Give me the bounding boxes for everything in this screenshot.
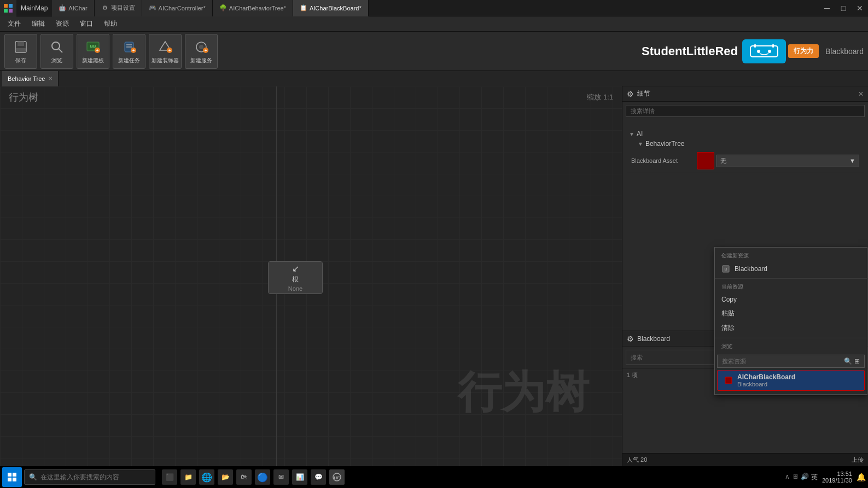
svg-point-29	[768, 50, 771, 53]
notifications-icon[interactable]: 🔔	[857, 473, 866, 481]
file-manager-icon[interactable]: 📁	[180, 469, 196, 485]
svg-rect-33	[8, 473, 11, 477]
details-panel-close[interactable]: ✕	[858, 90, 864, 98]
tree-ai-label: AI	[637, 130, 643, 138]
root-label: 根	[292, 275, 299, 284]
settings-icon: ⚙	[101, 4, 109, 12]
tree-bt-label: BehaviorTree	[645, 140, 685, 148]
item-count: 1 项	[627, 371, 638, 379]
tree-child-area: ▼ BehaviorTree	[627, 139, 864, 149]
menu-assets[interactable]: 资源	[50, 17, 74, 31]
bilibili-logo	[742, 39, 786, 63]
store-icon[interactable]: 🛍	[236, 469, 252, 485]
svg-text:BB: BB	[90, 44, 96, 49]
edge-icon[interactable]: 🌐	[199, 469, 214, 485]
new-decorator-icon: +	[156, 38, 174, 56]
result-name: AICharBlackBoard	[737, 373, 795, 381]
dropdown-search-input[interactable]	[722, 358, 844, 364]
root-node[interactable]: ↙ 根 None	[268, 261, 323, 294]
create-blackboard-item[interactable]: B Blackboard	[715, 262, 867, 276]
menu-file[interactable]: 文件	[2, 17, 26, 31]
brand-name: StudentLittleRed	[642, 44, 738, 58]
create-bb-label: Blackboard	[735, 265, 767, 273]
tab-aichar[interactable]: 🤖 AIChar	[52, 0, 94, 16]
upload-label: 上传	[852, 456, 864, 464]
svg-point-22	[199, 45, 203, 49]
svg-rect-5	[18, 42, 24, 46]
copy-item[interactable]: Copy	[715, 293, 867, 306]
canvas-header: 行为树 缩放 1:1	[0, 86, 622, 108]
svg-rect-26	[754, 44, 756, 48]
paste-item[interactable]: 粘贴	[715, 306, 867, 321]
result-bb-icon	[724, 376, 733, 385]
bb-panel-title: Blackboard	[637, 335, 670, 343]
canvas-area[interactable]: 行为树 缩放 1:1 ↙ 根 None 行为树	[0, 86, 622, 466]
ue4-icon[interactable]: UE	[329, 469, 345, 485]
blackboard-label: Blackboard	[825, 47, 864, 56]
svg-text:+: +	[168, 48, 171, 53]
popularity-count: 人气 20	[627, 456, 647, 464]
browse-button[interactable]: 浏览	[40, 34, 73, 69]
controller-icon: 🎮	[149, 4, 156, 12]
bb-create-icon: B	[721, 264, 730, 273]
app-title: MainMap	[16, 4, 52, 12]
chrome-icon[interactable]: 🔵	[255, 469, 270, 485]
ppt-icon[interactable]: 📊	[292, 469, 307, 485]
task-view-icon[interactable]: ⬛	[162, 469, 177, 485]
mail-icon[interactable]: ✉	[273, 469, 289, 485]
svg-text:+: +	[132, 48, 135, 53]
tab-close-button[interactable]: ✕	[48, 75, 53, 81]
tab-aicharcontroller[interactable]: 🎮 AICharController*	[142, 0, 213, 16]
behavior-tree-tab[interactable]: Behavior Tree ✕	[2, 71, 59, 86]
sys-icons: ∧ 🖥 🔊 英	[785, 473, 818, 482]
panel-bottom-bar: 人气 20 上传	[622, 453, 868, 466]
tab-project-settings[interactable]: ⚙ 项目设置	[95, 0, 142, 16]
svg-rect-25	[750, 46, 778, 57]
menu-window[interactable]: 窗口	[74, 17, 98, 31]
svg-text:UE: UE	[334, 475, 340, 480]
current-section: 当前资源 Copy 粘贴 清除	[715, 279, 867, 338]
tree-ai[interactable]: ▼ AI	[627, 129, 864, 139]
ime-icon[interactable]: 英	[811, 473, 818, 482]
tab-aicharblackboard[interactable]: 📋 AICharBlackBoard*	[293, 0, 369, 16]
search-input[interactable]	[626, 105, 865, 117]
bb-label: 行为力	[788, 44, 819, 58]
root-icon: ↙	[292, 263, 299, 274]
minimize-button[interactable]: ─	[819, 0, 835, 16]
clear-item[interactable]: 清除	[715, 321, 867, 336]
volume-icon[interactable]: 🔊	[801, 473, 809, 482]
menu-edit[interactable]: 编辑	[26, 17, 50, 31]
start-button[interactable]	[2, 467, 22, 487]
bb-asset-thumbnail	[697, 152, 714, 169]
tree-arrow-ai: ▼	[629, 131, 634, 137]
social-icon[interactable]: 💬	[311, 469, 326, 485]
new-task-button[interactable]: + 新建任务	[113, 34, 145, 69]
bb-panel-icon: ⚙	[627, 334, 634, 343]
dropdown-search-area: 🔍 ⊞	[717, 355, 865, 368]
svg-text:+: +	[96, 48, 99, 53]
grid-icon: ⊞	[854, 357, 860, 365]
taskbar: 🔍 ⬛ 📁 🌐 📂 🛍 🔵 ✉ 📊 💬 UE ∧ 🖥 🔊 英 13:51 201…	[0, 466, 868, 488]
bb-asset-select[interactable]: 无 ▼	[716, 155, 859, 167]
explorer-icon[interactable]: 📂	[218, 469, 233, 485]
new-blackboard-button[interactable]: BB + 新建黑板	[77, 34, 109, 69]
maximize-button[interactable]: □	[835, 0, 852, 16]
main-area: 行为树 缩放 1:1 ↙ 根 None 行为树 ⚙ 细节 ✕ ▼ AI	[0, 86, 868, 466]
new-decorator-button[interactable]: + 新建装饰器	[149, 34, 182, 69]
svg-rect-35	[8, 478, 11, 481]
new-service-button[interactable]: + 新建服务	[185, 34, 218, 69]
tree-behaviortree[interactable]: ▼ BehaviorTree	[636, 139, 864, 149]
up-arrow-icon[interactable]: ∧	[785, 473, 790, 482]
right-panel: ⚙ 细节 ✕ ▼ AI ▼ BehaviorTree Blackboard As…	[622, 86, 868, 466]
bb-select-arrow: ▼	[849, 157, 855, 164]
aichar-blackboard-result[interactable]: AICharBlackBoard Blackboard	[717, 370, 865, 391]
tab-aicharbehaviortree[interactable]: 🌳 AICharBehaviorTree*	[213, 0, 293, 16]
taskbar-search-input[interactable]	[40, 473, 150, 481]
menu-help[interactable]: 帮助	[98, 17, 123, 31]
svg-point-7	[52, 42, 60, 50]
save-button[interactable]: 保存	[4, 34, 37, 69]
browse-section-label: 浏览	[715, 340, 867, 352]
close-button[interactable]: ✕	[852, 0, 868, 16]
browse-icon	[48, 38, 66, 56]
network-icon[interactable]: 🖥	[792, 473, 799, 482]
